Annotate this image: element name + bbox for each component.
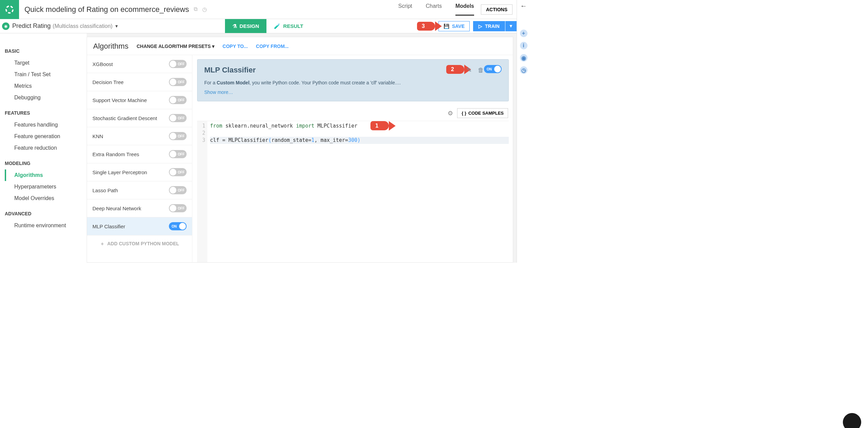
panel-header: Algorithms CHANGE ALGORITHM PRESETS ▾ CO…	[87, 37, 513, 52]
nav-models[interactable]: Models	[455, 3, 474, 16]
predict-subtitle: (Multiclass classification)	[53, 23, 112, 29]
add-custom-model-button[interactable]: ＋ ADD CUSTOM PYTHON MODEL	[87, 235, 192, 252]
svg-point-0	[6, 6, 13, 13]
algo-name: Extra Random Trees	[92, 151, 139, 157]
sidebar-item-metrics[interactable]: Metrics	[5, 80, 87, 92]
back-arrow-icon[interactable]: ←	[520, 2, 527, 10]
braces-icon: { }	[462, 111, 466, 116]
algo-name: Single Layer Perceptron	[92, 169, 147, 175]
algo-name: Deep Neural Network	[92, 205, 141, 211]
sidebar-item-feature-generation[interactable]: Feature generation	[5, 131, 87, 142]
line-gutter: 1 2 3	[197, 121, 207, 262]
algorithm-list: XGBoostOFFDecision TreeOFFSupport Vector…	[87, 55, 192, 262]
code-content[interactable]: from sklearn.neural_network import MLPCl…	[207, 121, 509, 262]
sidebar-item-algorithms[interactable]: Algorithms	[5, 169, 87, 181]
algo-row-single-layer-perceptron[interactable]: Single Layer PerceptronOFF	[87, 163, 192, 181]
section-modeling: MODELING	[5, 161, 87, 166]
panel-title: Algorithms	[93, 42, 128, 51]
train-label: TRAIN	[485, 23, 500, 29]
page-title: Quick modeling of Rating on ecommerce_re…	[24, 5, 189, 14]
section-basic: BASIC	[5, 48, 87, 54]
algo-name: Stochastic Gradient Descent	[92, 115, 157, 121]
chat-icon[interactable]: ◉	[520, 54, 527, 62]
change-presets-button[interactable]: CHANGE ALGORITHM PRESETS ▾	[137, 44, 214, 49]
copy-from-button[interactable]: COPY FROM...	[256, 44, 289, 49]
algo-row-decision-tree[interactable]: Decision TreeOFF	[87, 73, 192, 91]
algo-name: Support Vector Machine	[92, 97, 147, 103]
sidebar-item-train-test[interactable]: Train / Test Set	[5, 69, 87, 80]
algo-row-extra-random-trees[interactable]: Extra Random TreesOFF	[87, 145, 192, 163]
top-nav: Script Charts Models	[398, 3, 474, 16]
algo-toggle[interactable]: OFF	[169, 186, 187, 194]
code-samples-button[interactable]: { } CODE SAMPLES	[457, 108, 508, 118]
callout-3: 3	[417, 22, 435, 31]
algo-toggle[interactable]: OFF	[169, 150, 187, 158]
play-icon: ▷	[479, 23, 482, 29]
algo-row-stochastic-gradient-descent[interactable]: Stochastic Gradient DescentOFF	[87, 109, 192, 127]
toggle-on-label: ON	[487, 67, 492, 71]
sidebar-item-model-overrides[interactable]: Model Overrides	[5, 193, 87, 204]
algo-row-support-vector-machine[interactable]: Support Vector MachineOFF	[87, 91, 192, 109]
section-features: FEATURES	[5, 110, 87, 116]
info-icon[interactable]: i	[520, 42, 527, 49]
algo-name: Lasso Path	[92, 187, 118, 193]
detail-description: For a Custom Model, you write Python cod…	[204, 80, 502, 85]
algo-row-xgboost[interactable]: XGBoostOFF	[87, 55, 192, 73]
right-rail: ← + i ◉ ◷	[517, 0, 530, 263]
top-bar: Quick modeling of Rating on ecommerce_re…	[0, 0, 517, 19]
algorithm-detail-header: MLP Classifier 2 ✎ 🗑 ON	[197, 59, 509, 101]
settings-icon[interactable]: ⚙	[448, 110, 453, 117]
train-button[interactable]: ▷ TRAIN	[473, 21, 505, 31]
copy-to-button[interactable]: COPY TO...	[223, 44, 248, 49]
tab-result[interactable]: 🧪 RESULT	[266, 19, 311, 33]
algo-toggle[interactable]: OFF	[169, 96, 187, 104]
algo-toggle[interactable]: OFF	[169, 204, 187, 212]
algo-row-mlp-classifier[interactable]: MLP ClassifierON	[87, 217, 192, 235]
nav-script[interactable]: Script	[398, 3, 412, 16]
clock-icon[interactable]: ◷	[202, 6, 207, 13]
history-icon[interactable]: ◷	[520, 66, 527, 74]
algo-toggle[interactable]: OFF	[169, 168, 187, 176]
trash-icon[interactable]: 🗑	[478, 67, 484, 74]
save-button[interactable]: 💾 SAVE	[438, 21, 470, 31]
sidebar-item-debugging[interactable]: Debugging	[5, 92, 87, 103]
save-icon: 💾	[444, 23, 449, 29]
save-label: SAVE	[452, 23, 465, 29]
algo-toggle[interactable]: OFF	[169, 60, 187, 68]
detail-toggle[interactable]: ON	[484, 65, 502, 73]
train-dropdown[interactable]: ▼	[505, 21, 517, 31]
predict-dropdown-icon[interactable]: ▼	[115, 24, 119, 29]
algo-toggle[interactable]: ON	[169, 222, 187, 230]
code-editor[interactable]: 1 2 3 from sklearn.neural_network import…	[197, 121, 509, 262]
change-presets-label: CHANGE ALGORITHM PRESETS	[137, 44, 211, 49]
algo-row-knn[interactable]: KNNOFF	[87, 127, 192, 145]
sidebar-item-feature-reduction[interactable]: Feature reduction	[5, 142, 87, 154]
add-icon[interactable]: +	[520, 30, 527, 37]
predict-badge-icon: ◉	[2, 22, 10, 30]
plus-icon: ＋	[100, 241, 105, 246]
app-logo[interactable]	[0, 0, 19, 19]
copy-icon[interactable]: ⧉	[194, 6, 197, 13]
sidebar-item-runtime-env[interactable]: Runtime environment	[5, 220, 87, 231]
algo-name: XGBoost	[92, 61, 113, 67]
tab-design[interactable]: ⚗ DESIGN	[225, 19, 267, 33]
algo-name: MLP Classifier	[92, 224, 125, 229]
callout-1: 1	[370, 121, 389, 130]
sub-bar: ◉ Predict Rating (Multiclass classificat…	[0, 19, 517, 33]
edit-icon[interactable]: ✎	[467, 66, 472, 74]
sidebar-item-target[interactable]: Target	[5, 57, 87, 69]
sidebar-item-hyperparameters[interactable]: Hyperparameters	[5, 181, 87, 193]
algo-toggle[interactable]: OFF	[169, 114, 187, 122]
algo-row-deep-neural-network[interactable]: Deep Neural NetworkOFF	[87, 199, 192, 217]
actions-button[interactable]: ACTIONS	[481, 4, 513, 15]
sidebar-item-features-handling[interactable]: Features handling	[5, 119, 87, 131]
algo-toggle[interactable]: OFF	[169, 78, 187, 86]
tab-result-label: RESULT	[283, 23, 303, 29]
nav-charts[interactable]: Charts	[426, 3, 442, 16]
predict-title: Predict Rating	[12, 22, 51, 30]
show-more-link[interactable]: Show more…	[204, 89, 233, 95]
algo-name: Decision Tree	[92, 79, 124, 85]
algo-row-lasso-path[interactable]: Lasso PathOFF	[87, 181, 192, 199]
algo-toggle[interactable]: OFF	[169, 132, 187, 140]
code-samples-label: CODE SAMPLES	[468, 111, 504, 116]
